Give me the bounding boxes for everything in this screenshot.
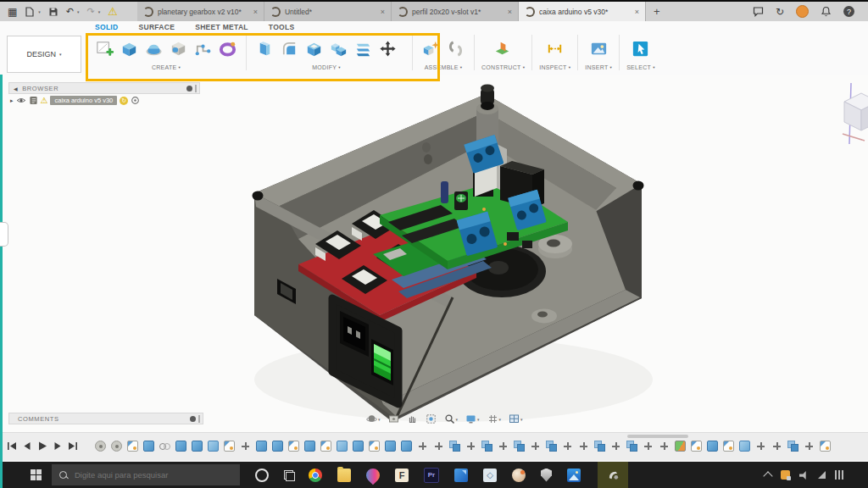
display-settings-tool[interactable]: ▾ bbox=[465, 413, 480, 424]
sweep-icon[interactable] bbox=[167, 36, 190, 61]
group-label-insert[interactable]: INSERT▾ bbox=[585, 64, 612, 70]
timeline-feature-sketch[interactable] bbox=[691, 441, 702, 452]
skip-to-start-button[interactable] bbox=[7, 441, 17, 451]
timeline-feature-sketch[interactable] bbox=[820, 441, 831, 452]
save-icon[interactable] bbox=[48, 7, 58, 17]
viewport-3d[interactable] bbox=[0, 75, 868, 432]
timeline-feature-move[interactable] bbox=[240, 441, 251, 452]
comment-bubble-icon[interactable] bbox=[753, 6, 764, 17]
panel-options-icon[interactable] bbox=[186, 86, 192, 92]
group-label-modify[interactable]: MODIFY▾ bbox=[312, 64, 341, 70]
timeline-feature-move[interactable] bbox=[562, 441, 573, 452]
construct-plane-icon[interactable] bbox=[492, 36, 515, 61]
tray-volume-icon[interactable] bbox=[835, 470, 844, 480]
look-at-tool[interactable] bbox=[388, 413, 399, 424]
extrude-icon[interactable] bbox=[118, 36, 141, 61]
insert-image-icon[interactable] bbox=[587, 36, 610, 61]
panel-options-icon[interactable] bbox=[190, 416, 196, 422]
zoom-tool[interactable]: ▾ bbox=[444, 413, 459, 424]
ribbon-tab-tools[interactable]: TOOLS bbox=[269, 23, 295, 35]
selected-component-label[interactable]: caixa arduino v5 v30 bbox=[50, 96, 117, 105]
timeline-feature-box2[interactable] bbox=[739, 441, 750, 452]
combine-icon[interactable] bbox=[327, 36, 350, 61]
timeline-feature-sketch[interactable] bbox=[723, 441, 734, 452]
ribbon-tab-sheet-metal[interactable]: SHEET METAL bbox=[195, 23, 248, 35]
create-sketch-icon[interactable] bbox=[93, 36, 116, 61]
document-tab[interactable]: caixa arduino v5 v30*× bbox=[519, 2, 646, 21]
file-caret-icon[interactable]: ▾ bbox=[38, 9, 41, 14]
search-input[interactable] bbox=[73, 469, 220, 480]
update-badge-icon[interactable]: ↻ bbox=[120, 97, 128, 105]
ribbon-tab-surface[interactable]: SURFACE bbox=[138, 23, 175, 35]
view-cube[interactable] bbox=[839, 81, 868, 146]
group-label-select[interactable]: SELECT▾ bbox=[626, 64, 655, 70]
sync-icon[interactable]: ↻ bbox=[776, 7, 784, 17]
photos-icon[interactable] bbox=[567, 469, 581, 482]
timeline-feature-move[interactable] bbox=[771, 441, 782, 452]
timeline-feature-box[interactable] bbox=[175, 441, 186, 452]
browser-panel-header[interactable]: ◀ BROWSER bbox=[8, 82, 200, 94]
select-icon[interactable] bbox=[629, 36, 652, 61]
panel-grip-icon[interactable] bbox=[195, 85, 197, 92]
close-tab-icon[interactable]: × bbox=[508, 8, 512, 16]
visibility-eye-icon[interactable] bbox=[16, 97, 26, 104]
timeline-feature-copy[interactable] bbox=[449, 441, 460, 452]
undo-caret-icon[interactable]: ▾ bbox=[77, 9, 80, 14]
panel-collapse-handle[interactable] bbox=[0, 222, 8, 247]
task-view-icon[interactable] bbox=[284, 470, 293, 480]
revolve-icon[interactable] bbox=[142, 36, 165, 61]
group-label-create[interactable]: CREATE▾ bbox=[152, 64, 181, 70]
timeline-feature-joint[interactable] bbox=[111, 441, 122, 452]
expand-node-icon[interactable]: ▸ bbox=[10, 97, 14, 104]
cortana-icon[interactable] bbox=[255, 469, 269, 482]
press-pull-icon[interactable] bbox=[253, 36, 276, 61]
file-new-icon[interactable] bbox=[25, 7, 35, 17]
collapse-panel-icon[interactable]: ◀ bbox=[14, 86, 18, 92]
notifications-bell-icon[interactable] bbox=[821, 6, 832, 17]
timeline-feature-box2[interactable] bbox=[208, 441, 219, 452]
timeline-feature-sketch[interactable] bbox=[320, 441, 331, 452]
close-tab-icon[interactable]: × bbox=[381, 8, 385, 16]
timeline-feature-move[interactable] bbox=[643, 441, 654, 452]
timeline-feature-link[interactable] bbox=[159, 441, 170, 452]
fusion-360-taskbar-icon[interactable] bbox=[598, 462, 628, 488]
pattern-path-icon[interactable] bbox=[192, 36, 214, 61]
document-tab[interactable]: planetary gearbox v2 v10*× bbox=[137, 2, 264, 21]
panel-grip-icon[interactable] bbox=[198, 415, 200, 423]
timeline-feature-move[interactable] bbox=[530, 441, 541, 452]
timeline-feature-box[interactable] bbox=[143, 441, 154, 452]
timeline-feature-box[interactable] bbox=[304, 441, 315, 452]
timeline-feature-box[interactable] bbox=[401, 441, 412, 452]
timeline-feature-move[interactable] bbox=[417, 441, 428, 452]
timeline-feature-move[interactable] bbox=[755, 441, 766, 452]
undo-icon[interactable]: ↶ bbox=[66, 7, 74, 16]
file-explorer-icon[interactable] bbox=[337, 469, 351, 482]
close-tab-icon[interactable]: × bbox=[635, 8, 639, 16]
workspace-selector[interactable]: DESIGN ▾ bbox=[7, 36, 81, 73]
paint3d-drop-icon[interactable] bbox=[364, 465, 383, 485]
timeline-feature-move[interactable] bbox=[498, 441, 509, 452]
f-app-icon[interactable]: F bbox=[395, 469, 409, 482]
fillet-icon[interactable] bbox=[278, 36, 301, 61]
tray-speaker-icon[interactable] bbox=[799, 470, 809, 480]
timeline-feature-box[interactable] bbox=[256, 441, 267, 452]
joint-icon[interactable] bbox=[444, 36, 467, 61]
redo-icon[interactable]: ↷ bbox=[87, 7, 95, 16]
document-tab[interactable]: Untitled*× bbox=[264, 2, 392, 21]
timeline-feature-sketch[interactable] bbox=[369, 441, 380, 452]
pan-tool[interactable] bbox=[407, 413, 418, 424]
move-copy-icon[interactable] bbox=[376, 36, 399, 61]
timeline-scrollbar[interactable] bbox=[627, 435, 688, 438]
viewports-tool[interactable]: ▾ bbox=[509, 413, 523, 424]
redo-caret-icon[interactable]: ▾ bbox=[98, 9, 101, 14]
app-grid-icon[interactable]: ▦ bbox=[8, 7, 17, 17]
timeline-feature-copy[interactable] bbox=[481, 441, 492, 452]
timeline-feature-move[interactable] bbox=[659, 441, 670, 452]
ribbon-tab-solid[interactable]: SOLID bbox=[95, 23, 118, 35]
origin-target-icon[interactable] bbox=[131, 96, 140, 105]
coil-icon[interactable] bbox=[216, 36, 239, 61]
timeline-feature-box[interactable] bbox=[385, 441, 396, 452]
new-document-button[interactable]: + bbox=[646, 5, 668, 18]
timeline-feature-sketch[interactable] bbox=[224, 441, 235, 452]
timeline-feature-box[interactable] bbox=[192, 441, 203, 452]
